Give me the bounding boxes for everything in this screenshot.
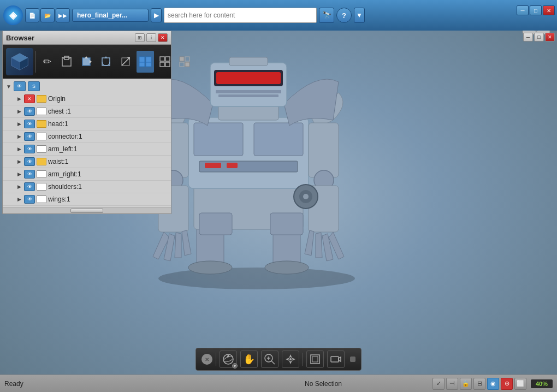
tree-item-shoulders[interactable]: ▶ 👁 shoulders:1	[3, 181, 171, 193]
expand-arm-left[interactable]: ▶	[16, 146, 22, 152]
eye-head[interactable]: 👁	[24, 120, 35, 128]
browser-info-button[interactable]: i	[146, 33, 156, 42]
eye-chest[interactable]: 👁	[24, 107, 35, 116]
zoom-button[interactable]	[261, 351, 278, 368]
browser-close-button[interactable]: ✕	[158, 33, 168, 42]
title-bar: ◈ 📄 📂 ▶▶ hero_final_per... ▶ 🔭 ? ▼ ─ □ ✕	[0, 0, 557, 31]
tree-item-origin[interactable]: ▶ ✕ Origin	[3, 93, 171, 105]
expand-wings[interactable]: ▶	[16, 196, 22, 203]
label-wings: wings:1	[48, 195, 169, 203]
grid-tool-button[interactable]	[156, 51, 174, 73]
svg-rect-58	[165, 57, 170, 61]
eye-origin[interactable]: ✕	[24, 94, 35, 103]
globe-icon[interactable]: ◉	[487, 378, 499, 390]
layers-icon[interactable]: ⊟	[473, 378, 485, 390]
lock-icon[interactable]: 🔒	[460, 378, 472, 390]
icon-wings	[37, 195, 46, 203]
new-file-button[interactable]: 📄	[25, 8, 39, 22]
icon-connector	[37, 133, 46, 140]
svg-rect-23	[216, 72, 281, 84]
dropdown-arrow-button[interactable]: ▶	[151, 8, 162, 22]
svg-rect-6	[199, 213, 232, 235]
minimize-button[interactable]: ─	[517, 5, 529, 15]
label-arm-left: arm_left:1	[48, 145, 169, 153]
svg-point-4	[265, 261, 309, 274]
svg-rect-10	[254, 123, 303, 156]
panel-close-button[interactable]: ✕	[545, 33, 555, 41]
tree-item-connector[interactable]: ▶ 👁 connector:1	[3, 130, 171, 143]
label-waist: waist:1	[48, 158, 169, 165]
search-button[interactable]: 🔭	[319, 8, 334, 23]
frame-button[interactable]	[306, 351, 324, 368]
expand-origin[interactable]: ▶	[16, 96, 22, 102]
svg-rect-7	[270, 213, 303, 235]
svg-rect-26	[229, 57, 268, 66]
navigate-button[interactable]	[282, 351, 299, 368]
help-button[interactable]: ?	[336, 8, 352, 23]
panel-minimize-button[interactable]: ─	[523, 33, 533, 41]
target-icon[interactable]: ⊛	[501, 378, 513, 390]
label-head: head:1	[48, 120, 169, 128]
svg-marker-49	[104, 56, 108, 58]
svg-rect-56	[146, 62, 151, 67]
tree-item-arm-left[interactable]: ▶ 👁 arm_left:1	[3, 143, 171, 156]
eye-connector[interactable]: 👁	[24, 132, 35, 141]
scroll-thumb[interactable]	[70, 209, 103, 213]
tree-item-arm-right[interactable]: ▶ 👁 arm_right:1	[3, 168, 171, 181]
bottom-sep-2	[303, 353, 303, 366]
eye-waist[interactable]: 👁	[24, 157, 35, 166]
label-connector: connector:1	[48, 133, 169, 140]
tree-item-chest[interactable]: ▶ 👁 chest :1	[3, 105, 171, 118]
camera-button[interactable]	[327, 351, 345, 368]
scale-tool-button[interactable]	[117, 51, 134, 73]
browser-grid-button[interactable]: ⊞	[135, 33, 145, 42]
browser-scrollbar[interactable]	[3, 207, 171, 213]
expand-head[interactable]: ▶	[16, 121, 22, 127]
close-button[interactable]: ✕	[543, 5, 555, 15]
check-icon[interactable]: ✓	[432, 378, 445, 390]
zoom-display: 40%	[531, 379, 553, 388]
forward-button[interactable]: ▶▶	[56, 8, 70, 22]
monitor-icon[interactable]: ⬜	[514, 378, 526, 390]
search-input[interactable]	[164, 8, 317, 23]
pan-button[interactable]: ✋	[240, 351, 258, 368]
eye-arm-right[interactable]: 👁	[24, 170, 35, 179]
cube-logo	[6, 48, 33, 75]
tree-item-wings[interactable]: ▶ 👁 wings:1	[3, 193, 171, 206]
box-tool-button[interactable]	[58, 51, 75, 73]
tree-item-head[interactable]: ▶ 👁 head:1	[3, 118, 171, 130]
svg-point-0	[158, 268, 355, 289]
rotate-tool-button[interactable]	[97, 51, 115, 73]
pencil-tool-button[interactable]: ✏	[38, 51, 56, 73]
close-circle-button[interactable]: ✕	[202, 354, 212, 365]
svg-rect-63	[180, 62, 184, 67]
icon-arm-right	[37, 170, 46, 178]
selection-text: No Selection	[218, 380, 428, 388]
svg-rect-13	[227, 163, 238, 168]
expand-arm-right[interactable]: ▶	[16, 171, 22, 177]
eye-shoulders[interactable]: 👁	[24, 182, 35, 191]
open-file-button[interactable]: 📂	[40, 8, 55, 22]
icon-chest	[37, 108, 46, 115]
svg-point-3	[188, 261, 232, 274]
select-tool-button[interactable]	[137, 51, 154, 73]
svg-marker-73	[292, 358, 295, 361]
svg-rect-9	[194, 123, 243, 156]
move-tool-button[interactable]	[78, 51, 95, 73]
expand-connector[interactable]: ▶	[16, 133, 22, 140]
expand-chest[interactable]: ▶	[16, 108, 22, 115]
orbit-button[interactable]: ▼	[220, 351, 237, 368]
bracket-icon[interactable]: ⊣	[446, 378, 458, 390]
pieces-tool-button[interactable]	[176, 51, 193, 73]
tree-area: ▼ 👁 S ▶ ✕ Origin ▶ 👁 chest :1 ▶ 👁 head:1…	[3, 79, 171, 207]
menu-button[interactable]: ▼	[354, 8, 365, 23]
eye-arm-left[interactable]: 👁	[24, 145, 35, 153]
eye-wings[interactable]: 👁	[24, 195, 35, 204]
svg-point-76	[289, 358, 292, 360]
maximize-button[interactable]: □	[530, 5, 542, 15]
tree-item-waist[interactable]: ▶ 👁 waist:1	[3, 156, 171, 168]
panel-maximize-button[interactable]: □	[534, 33, 544, 41]
expand-waist[interactable]: ▶	[16, 158, 22, 165]
expand-shoulders[interactable]: ▶	[16, 183, 22, 190]
svg-rect-25	[218, 94, 278, 97]
